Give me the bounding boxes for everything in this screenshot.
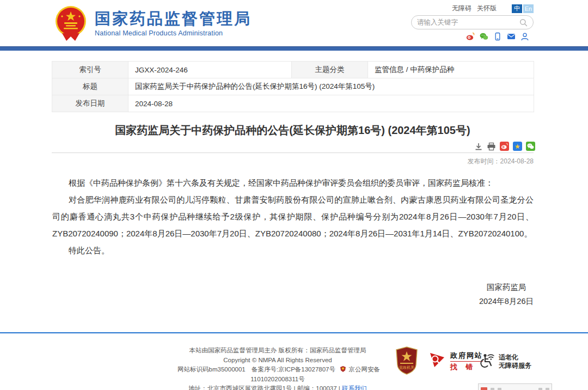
email-icon[interactable]	[507, 32, 516, 41]
table-row: 发布日期 2024-08-28	[52, 95, 534, 112]
site-subtitle: National Medical Products Administration	[95, 29, 252, 37]
icp-number[interactable]: 备案序号:京ICP备13027807号	[252, 366, 335, 373]
topic-category-label: 主题分类	[292, 62, 368, 78]
wechat-icon[interactable]	[480, 32, 488, 41]
topic-category-value: 监管信息 / 中药保护品种	[368, 62, 534, 78]
share-wechat-icon[interactable]	[526, 142, 535, 151]
widget-item	[498, 388, 501, 390]
title-value: 国家药监局关于中药保护品种的公告(延长保护期第16号) (2024年第105号)	[128, 78, 534, 95]
site-title: 国家药品监督管理局	[95, 9, 252, 28]
gov-site-error-badge[interactable]: 政府网站 找 错	[428, 351, 483, 371]
article-title: 国家药监局关于中药保护品种的公告(延长保护期第16号) (2024年第105号)	[52, 123, 534, 138]
print-icon[interactable]	[487, 142, 496, 151]
elder-accessibility-badge[interactable]: 适老化 无障碍服务	[478, 352, 531, 371]
article-body: 根据《中药品种保护条例》第十六条及有关规定，经国家中药品种保护审评委员会组织的委…	[52, 174, 534, 259]
signature-date: 2024年8月26日	[479, 294, 534, 308]
site-title-block: 国家药品监督管理局 National Medical Products Admi…	[95, 9, 252, 37]
address-text: 地址：北京市西城区展览路北露园1号 | 邮编：100037 |	[188, 385, 340, 390]
contact-us-link[interactable]: 联系我们	[342, 385, 367, 390]
search-box	[411, 15, 534, 29]
social-icons-row	[466, 32, 529, 41]
widget-item	[538, 388, 542, 390]
article-toolbar: ★	[474, 142, 535, 151]
document-info-table: 索引号 JGXX-2024-246 主题分类 监管信息 / 中药保护品种 标题 …	[52, 61, 534, 112]
table-row: 标题 国家药监局关于中药保护品种的公告(延长保护期第16号) (2024年第10…	[52, 78, 534, 95]
publish-date-label: 发布日期	[52, 95, 128, 112]
lang-en-button[interactable]: En	[523, 4, 534, 13]
share-qzone-icon[interactable]: ★	[513, 142, 522, 151]
article-signature: 国家药监局 2024年8月26日	[479, 280, 534, 308]
footer-line-address: 地址：北京市西城区展览路北露园1号 | 邮编：100037 | 联系我们	[152, 384, 403, 390]
user-icon[interactable]	[520, 32, 529, 41]
elder-accessibility-text: 适老化 无障碍服务	[499, 354, 531, 370]
publish-date-value: 2024-08-28	[128, 95, 534, 112]
find-error-icon	[428, 351, 446, 371]
police-badge-icon	[340, 365, 346, 371]
signature-org: 国家药监局	[479, 280, 534, 294]
footer-line-copyright: Copyright © NMPA All Rights Reserved	[152, 356, 403, 365]
elder-label-line2: 无障碍服务	[499, 362, 531, 370]
search-icon[interactable]	[519, 19, 528, 27]
elder-label-line1: 适老化	[499, 354, 531, 362]
weibo-icon[interactable]	[466, 32, 475, 41]
widget-item	[546, 388, 549, 390]
site-header: 国家药品监督管理局 National Medical Products Admi…	[0, 0, 588, 46]
accessibility-link[interactable]: 无障碍	[452, 4, 471, 13]
mobile-icon[interactable]	[493, 32, 502, 41]
download-icon[interactable]	[474, 142, 483, 151]
care-version-link[interactable]: 关怀版	[477, 4, 497, 13]
search-input[interactable]	[417, 19, 519, 26]
widget-item	[491, 388, 494, 390]
footer-line-host: 本站由国家药品监督管理局主办 版权所有：国家药品监督管理局	[152, 346, 403, 356]
publish-time: 发布时间：2024-08-28	[468, 157, 534, 166]
top-utility-links: 无障碍 关怀版 中 En	[452, 4, 534, 13]
share-weibo-icon[interactable]	[500, 142, 509, 151]
shield-badge-label: 党政机关	[395, 365, 418, 370]
partial-bottom-widget[interactable]	[478, 383, 552, 390]
index-number-value: JGXX-2024-246	[128, 62, 292, 78]
footer-text-block: 本站由国家药品监督管理局主办 版权所有：国家药品监督管理局 Copyright …	[152, 346, 403, 390]
paragraph: 对合肥华润神鹿药业有限公司的儿泻停颗粒、甘肃普安制药股份有限公司的宣肺止嗽合剂、…	[52, 191, 534, 242]
site-footer: 本站由国家药品监督管理局主办 版权所有：国家药品监督管理局 Copyright …	[0, 332, 588, 390]
main-nav-bar	[0, 46, 588, 51]
language-toggle: 中 En	[512, 4, 534, 13]
title-divider	[52, 153, 534, 153]
index-number-label: 索引号	[52, 62, 128, 78]
table-row: 索引号 JGXX-2024-246 主题分类 监管信息 / 中药保护品种	[52, 62, 534, 78]
national-emblem-logo	[54, 5, 87, 42]
footer-line-registration: 网站标识码bm35000001 备案序号:京ICP备13027807号 京公网安…	[152, 365, 403, 384]
widget-red-icon	[481, 387, 487, 390]
paragraph: 特此公告。	[52, 242, 534, 259]
page: 国家药品监督管理局 National Medical Products Admi…	[0, 0, 588, 390]
title-label: 标题	[52, 78, 128, 95]
wheelchair-wifi-icon	[478, 352, 495, 371]
site-id-code: 网站标识码bm35000001	[177, 366, 246, 373]
paragraph: 根据《中药品种保护条例》第十六条及有关规定，经国家中药品种保护审评委员会组织的委…	[52, 174, 534, 191]
lang-zh-button[interactable]: 中	[512, 4, 522, 13]
party-gov-shield-badge[interactable]: 党政机关	[395, 346, 418, 375]
